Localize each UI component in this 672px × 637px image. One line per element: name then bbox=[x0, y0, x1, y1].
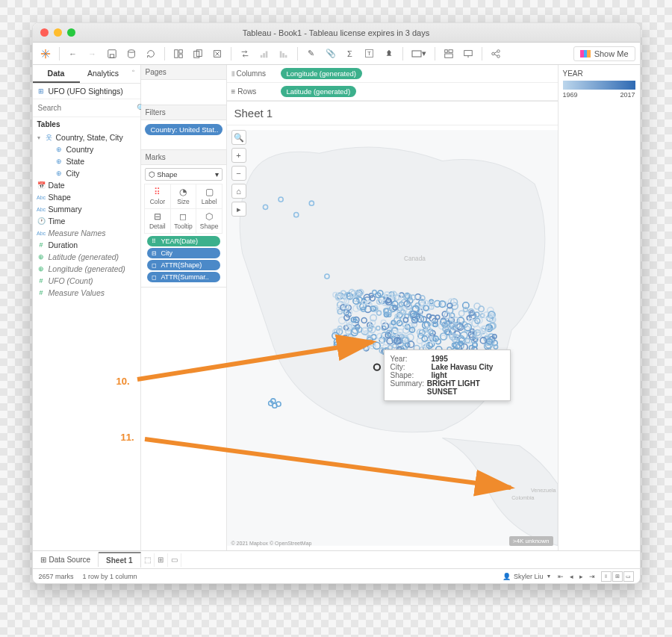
field-time[interactable]: 🕐Time bbox=[36, 215, 137, 227]
pin-button[interactable] bbox=[381, 46, 397, 62]
clear-button[interactable] bbox=[209, 46, 225, 62]
svg-rect-18 bbox=[279, 51, 281, 58]
field-duration[interactable]: #Duration bbox=[36, 239, 137, 251]
sort-desc-button[interactable] bbox=[276, 46, 292, 62]
status-bar: 2657 marks 1 row by 1 column 👤Skyler Liu… bbox=[33, 568, 640, 583]
marks-detail-button[interactable]: ⊟Detail bbox=[144, 208, 171, 234]
field-state[interactable]: ⊕State bbox=[36, 155, 137, 167]
map-home-button[interactable]: ⌂ bbox=[231, 184, 246, 199]
duplicate-button[interactable] bbox=[190, 46, 206, 62]
globe-icon: ⊕ bbox=[55, 146, 63, 154]
refresh-button[interactable] bbox=[143, 46, 159, 62]
annotation-label-10: 10. bbox=[116, 376, 130, 387]
field-measure-names[interactable]: AbcMeasure Names bbox=[36, 227, 137, 239]
color-icon: ⠿ bbox=[154, 187, 161, 197]
field-ufo-count[interactable]: #UFO (Count) bbox=[36, 275, 137, 287]
new-worksheet-button[interactable] bbox=[170, 46, 187, 62]
datasource-icon: ⊞ bbox=[37, 87, 46, 96]
field-measure-values[interactable]: #Measure Values bbox=[36, 287, 137, 299]
nav-last-button[interactable]: ⇥ bbox=[589, 573, 595, 580]
mark-pill-attr-summary[interactable]: ◻ATTR(Summar.. bbox=[147, 272, 220, 282]
svg-rect-21 bbox=[412, 51, 421, 57]
field-shape[interactable]: AbcShape bbox=[36, 191, 137, 203]
mark-pill-city[interactable]: ⊟City bbox=[147, 248, 220, 258]
new-dashboard-tab-button[interactable]: ⊞ bbox=[155, 553, 168, 567]
hierarchy-field[interactable]: ▾옷Country, State, City bbox=[36, 131, 137, 143]
mark-pill-year[interactable]: ⠿YEAR(Date) bbox=[147, 236, 220, 246]
datasource-name[interactable]: UFO (UFO Sightings) bbox=[49, 87, 123, 96]
new-data-button[interactable] bbox=[123, 46, 140, 62]
back-button[interactable]: ← bbox=[65, 46, 81, 62]
titlebar[interactable]: Tableau - Book1 - Tableau license expire… bbox=[33, 23, 640, 43]
field-country[interactable]: ⊕Country bbox=[36, 143, 137, 155]
mark-type-dropdown[interactable]: ⬡ Shape▾ bbox=[145, 168, 223, 181]
map-canvas[interactable]: Canada Colombia Venezuela bbox=[227, 125, 558, 550]
marks-size-button[interactable]: ◔Size bbox=[170, 184, 197, 209]
sort-asc-button[interactable] bbox=[256, 46, 273, 62]
map-zoom-in-button[interactable]: + bbox=[231, 148, 246, 163]
rows-shelf[interactable]: ≡Rows Latitude (generated) bbox=[227, 83, 558, 101]
date-icon: 📅 bbox=[37, 181, 46, 190]
view-tabs-button[interactable]: ▭ bbox=[623, 571, 634, 582]
save-button[interactable] bbox=[104, 46, 120, 62]
highlight-button[interactable]: ✎ bbox=[303, 46, 320, 62]
field-latitude[interactable]: ⊕Latitude (generated) bbox=[36, 251, 137, 263]
nav-next-button[interactable]: ▸ bbox=[579, 573, 583, 580]
group-button[interactable]: 📎 bbox=[323, 46, 339, 62]
marks-tooltip-button[interactable]: ◻Tooltip bbox=[170, 208, 197, 234]
svg-rect-22 bbox=[444, 49, 447, 52]
marks-card-header: Marks bbox=[141, 150, 226, 165]
map-tools-button[interactable]: ▸ bbox=[231, 202, 246, 217]
user-menu[interactable]: 👤Skyler Liu ▼ bbox=[503, 573, 551, 580]
field-summary[interactable]: AbcSummary bbox=[36, 203, 137, 215]
main-toolbar: ← → ✎ 📎 Σ T ▾ Show Me bbox=[33, 43, 640, 65]
rows-pill-latitude[interactable]: Latitude (generated) bbox=[281, 86, 357, 97]
sheet-title[interactable]: Sheet 1 bbox=[227, 102, 558, 125]
marks-label-button[interactable]: ▢Label bbox=[196, 184, 223, 209]
map-zoom-out-button[interactable]: − bbox=[231, 166, 246, 181]
tab-analytics[interactable]: Analytics bbox=[80, 65, 127, 83]
labels-button[interactable]: T bbox=[361, 46, 378, 62]
svg-rect-25 bbox=[464, 50, 472, 55]
show-cards-button[interactable] bbox=[441, 46, 457, 62]
filter-pill-country[interactable]: Country: United Stat.. bbox=[145, 124, 223, 135]
new-worksheet-tab-button[interactable]: ⬚ bbox=[141, 553, 155, 567]
columns-pill-longitude[interactable]: Longitude (generated) bbox=[281, 68, 363, 79]
unknown-badge[interactable]: >4K unknown bbox=[509, 536, 553, 546]
map-visualization[interactable]: 🔍 + − ⌂ ▸ Canada Colombia Venezuela bbox=[227, 125, 558, 550]
view-grid-button[interactable]: ⊞ bbox=[612, 571, 623, 582]
main-view: ⦀Columns Longitude (generated) ≡Rows Lat… bbox=[227, 65, 558, 550]
fit-dropdown[interactable]: ▾ bbox=[408, 46, 429, 62]
map-search-button[interactable]: 🔍 bbox=[231, 130, 246, 145]
svg-rect-4 bbox=[108, 49, 116, 58]
columns-shelf[interactable]: ⦀Columns Longitude (generated) bbox=[227, 65, 558, 83]
new-story-tab-button[interactable]: ▭ bbox=[168, 553, 181, 567]
presentation-button[interactable] bbox=[460, 46, 476, 62]
nav-prev-button[interactable]: ◂ bbox=[570, 573, 573, 580]
tab-data[interactable]: Data bbox=[33, 65, 80, 83]
share-button[interactable] bbox=[488, 46, 504, 62]
field-city[interactable]: ⊕City bbox=[36, 167, 137, 179]
tab-data-source[interactable]: ⊞Data Source bbox=[33, 553, 99, 567]
view-filmstrip-button[interactable]: ⦀ bbox=[601, 571, 612, 582]
nav-first-button[interactable]: ⇤ bbox=[558, 573, 564, 580]
data-pane-menu-icon[interactable]: ◦ bbox=[127, 65, 140, 75]
field-longitude[interactable]: ⊕Longitude (generated) bbox=[36, 263, 137, 275]
field-date[interactable]: 📅Date bbox=[36, 179, 137, 191]
mark-pill-attr-shape[interactable]: ◻ATTR(Shape) bbox=[147, 260, 220, 270]
field-search-input[interactable] bbox=[36, 102, 135, 114]
pages-shelf[interactable] bbox=[141, 80, 226, 105]
totals-button[interactable]: Σ bbox=[342, 46, 358, 62]
show-me-button[interactable]: Show Me bbox=[573, 46, 635, 61]
filters-shelf[interactable]: Country: United Stat.. bbox=[141, 120, 226, 150]
marks-color-button[interactable]: ⠿Color bbox=[144, 184, 171, 209]
forward-button[interactable]: → bbox=[84, 46, 101, 62]
swap-button[interactable] bbox=[237, 46, 253, 62]
number-icon: # bbox=[37, 289, 46, 297]
tableau-logo-icon[interactable] bbox=[37, 46, 54, 62]
tab-sheet-1[interactable]: Sheet 1 bbox=[99, 552, 141, 568]
legend-gradient[interactable] bbox=[563, 81, 635, 90]
detail-icon: ⊟ bbox=[152, 250, 159, 257]
legend-panel: YEAR 1969 2017 bbox=[558, 65, 640, 550]
marks-shape-button[interactable]: ⬡Shape bbox=[196, 208, 223, 234]
